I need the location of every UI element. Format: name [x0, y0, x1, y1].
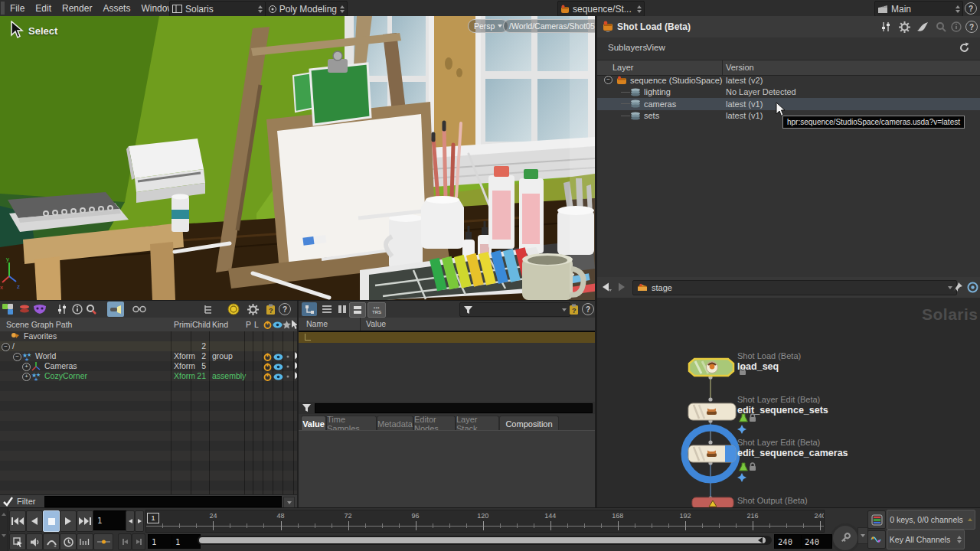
play-button[interactable]	[60, 510, 77, 532]
menu-sublayers[interactable]: Sublayers	[608, 43, 647, 52]
gear-icon[interactable]	[897, 20, 911, 34]
columns-icon[interactable]	[335, 302, 349, 316]
trs-icon[interactable]: •••TRS	[368, 302, 386, 318]
menu-view[interactable]: View	[646, 43, 665, 52]
rewind-button[interactable]	[9, 510, 26, 532]
range-start-alt-field[interactable]: 1	[172, 534, 201, 549]
tree-icon[interactable]	[302, 302, 317, 316]
key-all-channels-dropdown[interactable]: Key All Channels	[887, 530, 965, 549]
parm-filter-dropdown[interactable]	[459, 302, 570, 317]
tab-editor-nodes[interactable]: Editor Nodes	[413, 416, 456, 431]
rows-icon[interactable]	[349, 302, 366, 318]
tab-metadata[interactable]: Metadata	[377, 416, 413, 431]
column-primitive[interactable]: Primi	[174, 320, 192, 329]
target-icon[interactable]	[965, 280, 979, 294]
timeline-ruler[interactable]: 1 24487296120144168192216240	[145, 510, 825, 533]
range-start-field[interactable]: 1	[148, 534, 174, 549]
expand-toggle[interactable]: +	[22, 363, 31, 371]
tab-time-samples[interactable]: Time Samples	[326, 416, 377, 431]
network-path-field[interactable]: stage	[632, 280, 957, 295]
hierarchy-icon[interactable]	[201, 302, 215, 316]
next-key-icon[interactable]	[132, 533, 145, 550]
expand-toggle[interactable]: −	[2, 343, 10, 351]
forward-arrow-icon[interactable]	[614, 280, 628, 294]
spinner-icon[interactable]	[956, 5, 960, 13]
info-icon[interactable]	[949, 20, 963, 34]
scene-selector[interactable]: sequence/St...	[557, 1, 645, 17]
column-p[interactable]: P	[246, 320, 251, 329]
step-back-button[interactable]	[126, 510, 135, 532]
viewport-3d[interactable]: y x z Select Persp /World/Cameras/Shot05	[0, 16, 595, 300]
clock-icon[interactable]	[60, 533, 77, 550]
list-icon[interactable]	[320, 302, 334, 316]
keys-summary-button[interactable]: 0 keys, 0/0 channels	[887, 510, 975, 530]
menu-render[interactable]: Render	[57, 0, 97, 14]
current-frame-field[interactable]: 1	[93, 510, 127, 530]
filter-dropdown[interactable]	[283, 497, 295, 508]
expand-toggle[interactable]: −	[13, 353, 21, 361]
layout-selector[interactable]: Main	[874, 1, 963, 17]
column-kind[interactable]: Kind	[212, 320, 228, 329]
sublayer-row-cameras[interactable]: cameraslatest (v1)	[597, 98, 980, 110]
sublayer-row-sequence[interactable]: −sequence (StudioSpace)latest (v2)	[597, 74, 980, 86]
column-scene-graph-path[interactable]: Scene Graph Path	[6, 320, 72, 329]
flashlight-icon[interactable]	[107, 302, 124, 317]
clipboard-help-icon[interactable]: ?	[263, 302, 277, 316]
brush-icon[interactable]	[916, 20, 929, 34]
range-end-field[interactable]: 240	[774, 534, 805, 549]
network-editor[interactable]: Solaris	[597, 298, 980, 507]
wave-icon[interactable]	[867, 530, 886, 549]
filter-input[interactable]	[44, 496, 282, 507]
search-icon[interactable]	[934, 20, 948, 34]
column-version[interactable]: Version	[726, 63, 754, 72]
collapse-toggle[interactable]: −	[604, 76, 612, 84]
playbar-edge-handle[interactable]	[0, 508, 8, 551]
selected-parameter-row[interactable]	[299, 332, 596, 343]
ruler-ticks-icon[interactable]	[77, 533, 93, 550]
desktop-selector[interactable]: Solaris	[169, 1, 266, 17]
pin-icon[interactable]	[951, 280, 965, 294]
sliders-icon[interactable]	[55, 302, 69, 316]
column-l[interactable]: L	[254, 320, 259, 329]
arc-icon[interactable]	[43, 533, 60, 550]
menu-edit[interactable]: Edit	[30, 0, 57, 14]
stop-button[interactable]	[43, 510, 60, 532]
tab-layer-stack[interactable]: Layer Stack	[456, 416, 499, 431]
column-children[interactable]: Child	[192, 320, 211, 329]
shelf-selector[interactable]: Poly Modeling	[265, 1, 348, 17]
spinner-icon[interactable]	[258, 5, 263, 13]
node-edit-sequence-sets[interactable]	[688, 403, 736, 420]
tab-value[interactable]: Value	[301, 416, 326, 431]
tab-composition[interactable]: Composition	[499, 416, 559, 431]
key-button[interactable]	[831, 523, 860, 551]
info-icon[interactable]	[70, 302, 84, 316]
follow-playbar-icon[interactable]	[9, 533, 26, 550]
clipboard-help-icon[interactable]: ?	[567, 302, 580, 316]
help-icon[interactable]: ?	[965, 21, 978, 33]
help-icon[interactable]: ?	[965, 2, 977, 15]
gear-icon[interactable]	[246, 302, 260, 316]
column-value[interactable]: Value	[366, 319, 386, 328]
expand-toggle[interactable]: +	[22, 373, 31, 381]
range-slider-track[interactable]	[198, 536, 772, 545]
menu-assets[interactable]: Assets	[97, 0, 136, 14]
camera-path-pill[interactable]: /World/Cameras/Shot05	[503, 19, 595, 33]
refresh-icon[interactable]	[957, 41, 971, 54]
menu-file[interactable]: File	[5, 0, 30, 14]
nodes-icon[interactable]	[1, 302, 15, 316]
search-icon[interactable]	[84, 302, 98, 316]
node-load-seq[interactable]	[689, 359, 733, 376]
red-layers-icon[interactable]	[18, 302, 31, 316]
dopesheet-icon[interactable]	[93, 533, 113, 550]
fastforward-button[interactable]	[77, 510, 93, 532]
play-backward-button[interactable]	[26, 510, 43, 532]
sliders-icon[interactable]	[879, 20, 893, 34]
panel-splitter[interactable]	[297, 301, 299, 507]
column-layer[interactable]: Layer	[612, 63, 634, 72]
range-end-alt-field[interactable]: 240	[801, 534, 832, 549]
prev-key-icon[interactable]	[118, 533, 132, 550]
node-shot-output[interactable]	[692, 497, 733, 507]
sublayer-row-lighting[interactable]: lightingNo Layer Detected	[597, 86, 980, 99]
range-slider-bar[interactable]	[199, 537, 766, 543]
back-arrow-icon[interactable]	[600, 280, 614, 294]
